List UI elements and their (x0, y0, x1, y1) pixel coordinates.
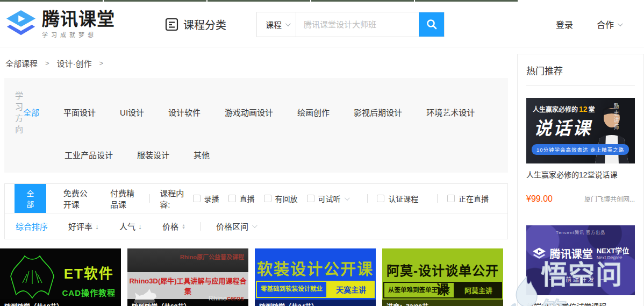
checkbox-icon (447, 195, 455, 202)
category-button[interactable]: 课程分类 (164, 17, 226, 32)
filter-option-post-production[interactable]: 影视后期设计 (354, 106, 402, 118)
course-badge: 随到随学（共18节） (0, 300, 121, 306)
course-card[interactable]: ET软件 CAD操作教程 随到随学（共18节） ET软件教程-制版纸样服装打板培… (0, 248, 121, 306)
course-thumbnail: 软装设计公开课 零基础到软装设计就业 天寞主讲 随到随学（共34节） (255, 248, 376, 306)
search-button[interactable] (419, 12, 444, 37)
breadcrumb-separator: > (45, 59, 49, 67)
login-link[interactable]: 登录 (556, 18, 573, 31)
filter-option-all[interactable]: 全部 (23, 106, 39, 118)
pattern-outline-graphic (4, 253, 60, 306)
arrow-down-icon: ↓ (95, 222, 99, 231)
sort-rating[interactable]: 好评率 ↓ (68, 220, 99, 232)
thumb-tag: 从签单难到签单王蜕变 (383, 282, 455, 298)
sort-popularity[interactable]: 人气 ↓ (119, 220, 142, 232)
course-thumbnail: ET软件 CAD操作教程 随到随学（共18节） (0, 248, 121, 306)
checkbox-trial[interactable]: 可试听 (307, 193, 348, 204)
filter-option-environment-art[interactable]: 环境艺术设计 (426, 106, 475, 118)
thumb-tag: 阿莫主讲 (455, 282, 502, 298)
checkbox-icon (307, 195, 314, 202)
chevron-down-icon (252, 223, 257, 228)
course-card[interactable]: Rhino原厂公益普及课程 Rhino3D(犀牛)工具讲解与应用课程合集 Rhi… (127, 248, 248, 306)
course-card[interactable]: 软装设计公开课 零基础到软装设计就业 天寞主讲 随到随学（共34节） 天寞软装设… (255, 248, 376, 306)
checkbox-certified[interactable]: 认证课程 (377, 193, 418, 204)
sort-price[interactable]: 价格 ▲▼ (162, 220, 185, 232)
filter-option-painting[interactable]: 绘画创作 (297, 106, 330, 118)
tab-all[interactable]: 全部 (15, 184, 46, 213)
search-scope-dropdown[interactable]: 课程 (257, 12, 296, 37)
filter-option-graphic-design[interactable]: 平面设计 (63, 106, 96, 118)
course-toolbar: 全部 免费公开课 付费精品课 课程内容: 录播 直播 有回放 可试听 (4, 183, 508, 239)
thumb-text: 人生赢家必修的12堂 (533, 104, 595, 113)
price-range-dropdown[interactable]: 价格区间 (216, 220, 256, 232)
breadcrumb-separator: > (99, 59, 104, 67)
filter-option-ui-design[interactable]: UI设计 (120, 106, 144, 118)
content-filter-label: 课程内容: (160, 187, 185, 210)
divider (149, 194, 150, 203)
thumb-tag: 前端开发 (566, 275, 596, 283)
arrow-down-icon: ↓ (138, 222, 142, 231)
course-badge: 随到随学（共34节） (255, 300, 376, 306)
tab-paid-courses[interactable]: 付费精品课 (110, 187, 140, 210)
tab-free-courses[interactable]: 免费公开课 (63, 187, 93, 210)
divider (437, 194, 438, 203)
course-badge: 随到随学（共69节） (127, 300, 248, 306)
logo-title: 腾讯课堂 (42, 10, 115, 29)
filter-option-design-software[interactable]: 设计软件 (168, 106, 201, 118)
thumb-text: CAD操作教程 (62, 287, 116, 298)
checkbox-live-now[interactable]: 正在直播 (447, 193, 489, 204)
site-logo[interactable]: 腾讯课堂 学习成就梦想 (5, 10, 115, 39)
thumb-brand-text: Tencent腾讯 官方出品 (526, 229, 635, 235)
filter-label: 学习方向 (15, 89, 23, 134)
tencent-classroom-logo-icon (5, 10, 37, 39)
learning-direction-panel: 学习方向 全部 平面设计 UI设计 设计软件 游戏动画设计 绘画创作 影视后期设… (4, 78, 508, 173)
search-scope-label: 课程 (266, 19, 282, 30)
sort-default[interactable]: 综合排序 (16, 220, 48, 232)
dash-decoration (600, 279, 612, 280)
checkbox-icon (193, 195, 201, 202)
chevron-down-icon (618, 21, 623, 26)
price-range-label: 价格区间 (216, 220, 248, 232)
sort-label: 好评率 (68, 220, 92, 232)
thumb-headline: 软装设计公开课 (255, 257, 376, 279)
filter-option-game-animation[interactable]: 游戏动画设计 (225, 106, 273, 118)
thumb-text: Rhino原厂公益普及课程 (180, 252, 244, 261)
thumb-text: ET软件 (62, 262, 116, 282)
search-bar: 课程 (256, 12, 445, 37)
chevron-down-icon (285, 21, 291, 26)
filter-option-industrial-design[interactable]: 工业产品设计 (65, 149, 113, 160)
checkbox-label: 直播 (240, 193, 255, 204)
hot-recommendations-panel: 热门推荐 人生赢家必修的12堂 说话课 10分钟学会高效表达 走上精英之路 励志… (517, 54, 644, 306)
checkbox-label: 录播 (204, 193, 219, 204)
checkbox-label: 正在直播 (459, 193, 489, 204)
course-price: ¥99.00 (526, 194, 553, 204)
divider (367, 194, 368, 203)
recommended-course-title[interactable]: 前端NEXT学位试学课程 (526, 301, 635, 306)
search-input[interactable] (296, 12, 419, 37)
breadcrumb-design-creation[interactable]: 设计·创作 (57, 58, 92, 69)
breadcrumb-all-courses[interactable]: 全部课程 (5, 58, 38, 69)
logo-slogan: 学习成就梦想 (42, 30, 115, 39)
recommended-course-thumbnail[interactable]: 人生赢家必修的12堂 说话课 10分钟学会高效表达 走上精英之路 励志讲师 (526, 98, 635, 163)
divider (526, 85, 635, 86)
chevron-down-icon (344, 195, 349, 201)
recommended-course-title[interactable]: 人生赢家必修的12堂说话课 (526, 169, 635, 180)
checkbox-label: 有回放 (275, 193, 298, 204)
checkbox-recorded[interactable]: 录播 (193, 193, 219, 204)
sort-label: 价格 (162, 220, 178, 232)
thumb-tag: 零基础到软装设计就业 (256, 281, 327, 298)
checkbox-icon (377, 195, 384, 202)
recommended-course-thumbnail[interactable]: Tencent腾讯 官方出品 腾讯课堂 NEXT学位 Next Degree 前… (526, 225, 635, 295)
category-list-icon (164, 17, 179, 32)
checkbox-live[interactable]: 直播 (228, 193, 255, 204)
filter-option-other[interactable]: 其他 (194, 149, 210, 160)
checkbox-label: 认证课程 (388, 193, 418, 204)
course-card[interactable]: 阿莫-设计谈单公开课 从签单难到签单王蜕变 阿莫主讲 进度：73/80节 阿莫设… (382, 248, 503, 306)
search-icon (426, 18, 438, 30)
dash-decoration (549, 279, 561, 280)
sort-updown-icon: ▲▼ (182, 224, 185, 229)
thumb-headline: 说话课 (534, 114, 592, 140)
checkbox-replay[interactable]: 有回放 (264, 193, 298, 204)
filter-option-fashion-design[interactable]: 服装设计 (137, 149, 169, 160)
partner-dropdown[interactable]: 合作 (597, 18, 621, 31)
thumb-text: Next Degree (597, 255, 629, 260)
